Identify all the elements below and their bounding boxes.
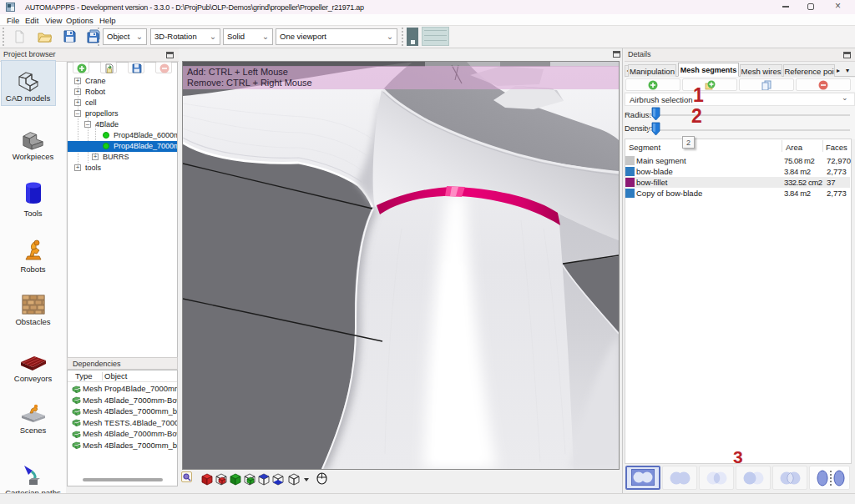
svg-text:Add: CTRL + Left Mouse: Add: CTRL + Left Mouse bbox=[187, 67, 288, 77]
svg-text:Remove: CTRL + Right Mouse: Remove: CTRL + Right Mouse bbox=[187, 78, 312, 88]
